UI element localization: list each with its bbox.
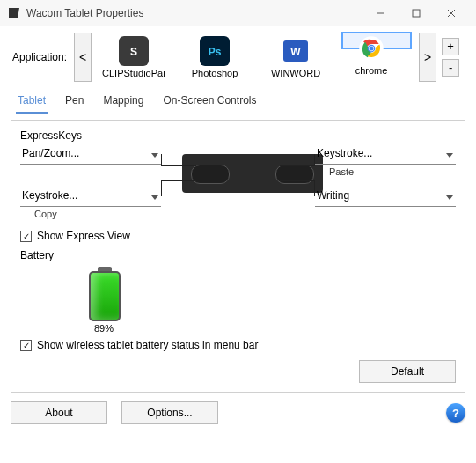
maximize-button[interactable] xyxy=(399,0,434,26)
tab-tablet[interactable]: Tablet xyxy=(16,89,48,114)
ek-right-top-select[interactable]: Keystroke... xyxy=(315,147,456,165)
app-prev-button[interactable]: < xyxy=(74,33,92,82)
application-row: Application: < S CLIPStudioPaint Ps Phot… xyxy=(0,26,476,87)
battery-section: Battery 89% ✓ Show wireless tablet batte… xyxy=(20,249,456,351)
app-item-clipstudio[interactable]: S CLIPStudioPaint xyxy=(99,32,169,82)
minimize-button[interactable] xyxy=(363,0,399,26)
ek-left-top-select[interactable]: Pan/Zoom... xyxy=(20,147,161,165)
checkbox-icon: ✓ xyxy=(20,340,32,351)
chrome-icon xyxy=(356,33,386,63)
show-express-view-row[interactable]: ✓ Show Express View xyxy=(20,230,456,242)
show-battery-status-label: Show wireless tablet battery status in m… xyxy=(37,339,258,351)
application-label: Application: xyxy=(12,51,67,63)
checkbox-icon: ✓ xyxy=(20,231,32,242)
battery-percent: 89% xyxy=(94,323,456,334)
show-battery-status-row[interactable]: ✓ Show wireless tablet battery status in… xyxy=(20,339,456,351)
app-remove-button[interactable]: - xyxy=(442,59,459,77)
battery-icon xyxy=(85,267,124,321)
battery-title: Battery xyxy=(20,249,456,261)
tab-mapping[interactable]: Mapping xyxy=(101,89,145,114)
app-icon xyxy=(7,6,21,20)
app-next-button[interactable]: > xyxy=(419,33,436,82)
app-item-winword[interactable]: W WINWORD xyxy=(260,32,331,82)
word-icon: W xyxy=(281,36,311,66)
show-express-view-label: Show Express View xyxy=(37,230,130,242)
options-button[interactable]: Options... xyxy=(121,401,218,424)
clipstudio-icon: S xyxy=(119,36,149,66)
app-add-button[interactable]: + xyxy=(442,38,459,55)
connector-line xyxy=(280,180,315,196)
footer: About Options... ? xyxy=(0,393,476,433)
about-button[interactable]: About xyxy=(11,401,107,424)
connector-line xyxy=(280,154,315,166)
tab-bar: Tablet Pen Mapping On-Screen Controls xyxy=(0,89,476,114)
ek-right-top-sub: Paste xyxy=(315,165,456,177)
svg-rect-1 xyxy=(413,10,420,17)
connector-line xyxy=(161,154,196,166)
expresskeys-title: ExpressKeys xyxy=(20,129,456,142)
ek-left-bottom-sub: Copy xyxy=(20,207,161,219)
expresskeys-grid: Pan/Zoom... Keystroke... Copy Keystroke.… xyxy=(20,147,456,224)
ek-left-bottom-select[interactable]: Keystroke... xyxy=(20,189,161,207)
connector-line xyxy=(161,180,196,196)
title-bar: Wacom Tablet Properties xyxy=(0,0,476,26)
svg-text:S: S xyxy=(130,46,137,58)
app-label: Photoshop xyxy=(183,68,246,78)
app-label: WINWORD xyxy=(264,68,327,78)
app-item-photoshop[interactable]: Ps Photoshop xyxy=(179,32,250,82)
help-button[interactable]: ? xyxy=(446,403,465,423)
application-list: S CLIPStudioPaint Ps Photoshop W WINWORD… xyxy=(97,32,414,82)
ek-right-bottom-select[interactable]: Writing xyxy=(315,189,456,207)
photoshop-icon: Ps xyxy=(200,36,230,66)
close-button[interactable] xyxy=(434,0,469,26)
svg-text:W: W xyxy=(290,46,301,58)
default-button[interactable]: Default xyxy=(359,360,456,383)
app-item-chrome[interactable]: chrome xyxy=(341,32,412,49)
svg-point-13 xyxy=(370,47,374,51)
tablet-panel: ExpressKeys Pan/Zoom... Keystroke... Cop… xyxy=(11,120,465,393)
svg-text:Ps: Ps xyxy=(209,46,222,58)
window-title: Wacom Tablet Properties xyxy=(26,7,363,19)
tab-pen[interactable]: Pen xyxy=(63,89,85,114)
app-label: chrome xyxy=(345,65,398,76)
app-label: CLIPStudioPaint xyxy=(102,68,165,78)
tab-onscreen[interactable]: On-Screen Controls xyxy=(161,89,258,114)
